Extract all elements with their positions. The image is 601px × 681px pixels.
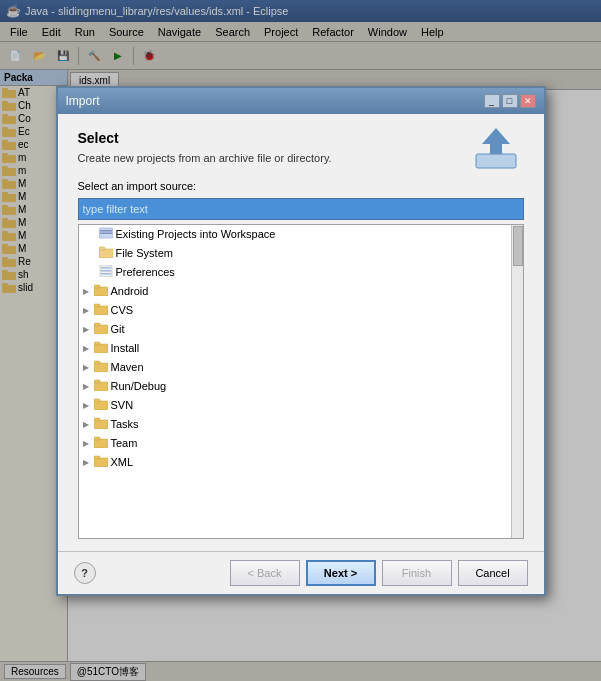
maven-expand-icon: ▶ bbox=[83, 363, 89, 372]
tree-label-team: Team bbox=[111, 437, 138, 449]
svg-rect-49 bbox=[94, 344, 108, 353]
tree-label-git: Git bbox=[111, 323, 125, 335]
import-dialog: Import _ □ ✕ Select Create new project bbox=[56, 86, 546, 596]
tasks-expand-icon: ▶ bbox=[83, 420, 89, 429]
tree-label-cvs: CVS bbox=[111, 304, 134, 316]
tree-item-svn[interactable]: ▶ SVN bbox=[79, 396, 523, 415]
svg-rect-37 bbox=[99, 249, 113, 258]
dialog-maximize-btn[interactable]: □ bbox=[502, 94, 518, 108]
folder-icon-svn bbox=[94, 398, 108, 413]
dialog-close-btn[interactable]: ✕ bbox=[520, 94, 536, 108]
folder-icon-xml bbox=[94, 455, 108, 470]
import-source-label: Select an import source: bbox=[78, 180, 524, 192]
modal-overlay: Import _ □ ✕ Select Create new project bbox=[0, 0, 601, 681]
svg-rect-42 bbox=[101, 273, 111, 275]
svg-marker-33 bbox=[482, 128, 510, 154]
svg-rect-56 bbox=[94, 399, 100, 402]
svg-rect-40 bbox=[101, 267, 111, 269]
tree-label-existing: Existing Projects into Workspace bbox=[116, 228, 276, 240]
folder-icon-tasks bbox=[94, 417, 108, 432]
finish-button[interactable]: Finish bbox=[382, 560, 452, 586]
tree-scrollbar-thumb[interactable] bbox=[513, 226, 523, 266]
tree-scrollbar[interactable] bbox=[511, 225, 523, 538]
svg-rect-50 bbox=[94, 342, 100, 345]
folder-icon-install bbox=[94, 341, 108, 356]
file-system-icon bbox=[99, 246, 113, 261]
tree-label-tasks: Tasks bbox=[111, 418, 139, 430]
dialog-section-title: Select bbox=[78, 130, 524, 146]
tree-container[interactable]: Existing Projects into Workspace File Sy… bbox=[78, 224, 524, 539]
tree-label-filesystem: File System bbox=[116, 247, 173, 259]
svg-rect-62 bbox=[94, 456, 100, 459]
svg-rect-57 bbox=[94, 420, 108, 429]
tree-item-xml[interactable]: ▶ XML bbox=[79, 453, 523, 472]
tree-item-install[interactable]: ▶ Install bbox=[79, 339, 523, 358]
install-expand-icon: ▶ bbox=[83, 344, 89, 353]
svg-rect-48 bbox=[94, 323, 100, 326]
svg-rect-52 bbox=[94, 361, 100, 364]
footer-left: ? bbox=[74, 562, 96, 584]
svg-rect-38 bbox=[99, 247, 105, 250]
svg-rect-35 bbox=[100, 230, 112, 232]
svg-rect-51 bbox=[94, 363, 108, 372]
cvs-expand-icon: ▶ bbox=[83, 306, 89, 315]
back-button[interactable]: < Back bbox=[230, 560, 300, 586]
dialog-title-text: Import bbox=[66, 94, 100, 108]
tree-label-svn: SVN bbox=[111, 399, 134, 411]
svg-rect-46 bbox=[94, 304, 100, 307]
tree-item-preferences[interactable]: Preferences bbox=[79, 263, 523, 282]
tree-item-existing-projects[interactable]: Existing Projects into Workspace bbox=[79, 225, 523, 244]
svg-rect-44 bbox=[94, 285, 100, 288]
folder-icon-android bbox=[94, 284, 108, 299]
dialog-section-desc: Create new projects from an archive file… bbox=[78, 152, 524, 164]
team-expand-icon: ▶ bbox=[83, 439, 89, 448]
tree-label-maven: Maven bbox=[111, 361, 144, 373]
tree-item-tasks[interactable]: ▶ Tasks bbox=[79, 415, 523, 434]
svg-rect-53 bbox=[94, 382, 108, 391]
help-button[interactable]: ? bbox=[74, 562, 96, 584]
tree-item-file-system[interactable]: File System bbox=[79, 244, 523, 263]
svg-rect-54 bbox=[94, 380, 100, 383]
import-icon bbox=[472, 124, 520, 175]
tree-item-maven[interactable]: ▶ Maven bbox=[79, 358, 523, 377]
tree-label-android: Android bbox=[111, 285, 149, 297]
svg-rect-45 bbox=[94, 306, 108, 315]
preferences-icon bbox=[99, 265, 113, 280]
git-expand-icon: ▶ bbox=[83, 325, 89, 334]
tree-label-xml: XML bbox=[111, 456, 134, 468]
xml-expand-icon: ▶ bbox=[83, 458, 89, 467]
projects-file-icon bbox=[99, 227, 113, 242]
svn-expand-icon: ▶ bbox=[83, 401, 89, 410]
svg-rect-60 bbox=[94, 437, 100, 440]
dialog-body: Select Create new projects from an archi… bbox=[58, 114, 544, 551]
filter-input[interactable] bbox=[78, 198, 524, 220]
tree-item-rundebug[interactable]: ▶ Run/Debug bbox=[79, 377, 523, 396]
folder-icon-rundebug bbox=[94, 379, 108, 394]
tree-label-preferences: Preferences bbox=[116, 266, 175, 278]
dialog-minimize-btn[interactable]: _ bbox=[484, 94, 500, 108]
svg-rect-43 bbox=[94, 287, 108, 296]
svg-rect-32 bbox=[476, 154, 516, 168]
dialog-titlebar: Import _ □ ✕ bbox=[58, 88, 544, 114]
folder-icon-git bbox=[94, 322, 108, 337]
folder-icon-cvs bbox=[94, 303, 108, 318]
tree-item-team[interactable]: ▶ Team bbox=[79, 434, 523, 453]
folder-icon-maven bbox=[94, 360, 108, 375]
svg-rect-58 bbox=[94, 418, 100, 421]
svg-rect-55 bbox=[94, 401, 108, 410]
svg-rect-41 bbox=[101, 270, 111, 272]
next-button[interactable]: Next > bbox=[306, 560, 376, 586]
cancel-button[interactable]: Cancel bbox=[458, 560, 528, 586]
svg-rect-59 bbox=[94, 439, 108, 448]
android-expand-icon: ▶ bbox=[83, 287, 89, 296]
rundebug-expand-icon: ▶ bbox=[83, 382, 89, 391]
tree-item-cvs[interactable]: ▶ CVS bbox=[79, 301, 523, 320]
tree-item-git[interactable]: ▶ Git bbox=[79, 320, 523, 339]
footer-buttons: < Back Next > Finish Cancel bbox=[230, 560, 528, 586]
svg-rect-47 bbox=[94, 325, 108, 334]
tree-item-android[interactable]: ▶ Android bbox=[79, 282, 523, 301]
svg-rect-36 bbox=[100, 232, 112, 234]
tree-label-rundebug: Run/Debug bbox=[111, 380, 167, 392]
svg-rect-61 bbox=[94, 458, 108, 467]
dialog-controls: _ □ ✕ bbox=[484, 94, 536, 108]
